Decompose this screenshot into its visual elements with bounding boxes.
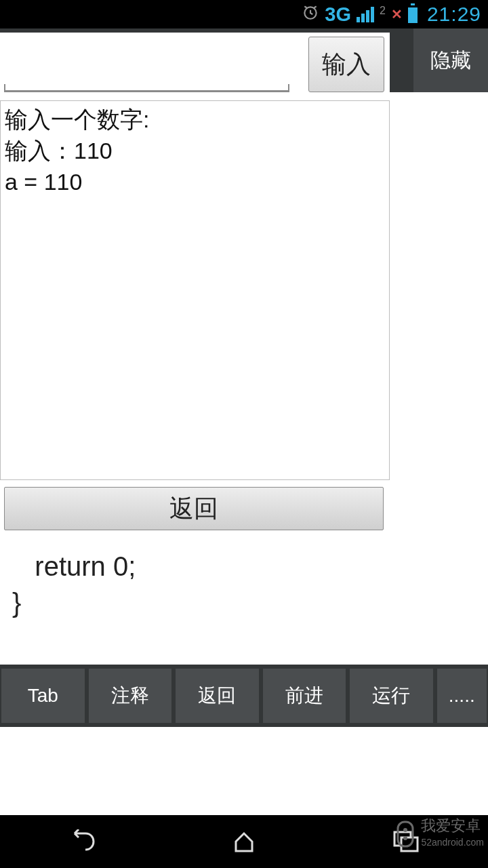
watermark: 我爱安卓 52android.com [394, 818, 484, 850]
signal-icon [357, 6, 374, 22]
watermark-icon [394, 819, 417, 849]
watermark-title: 我爱安卓 [421, 818, 481, 834]
toolbar-comment[interactable]: 注释 [89, 669, 172, 723]
input-row: 输入 [0, 33, 390, 92]
keyboard-gap [0, 727, 488, 815]
input-field[interactable] [4, 38, 289, 92]
network-label: 3G [325, 3, 351, 26]
clock-time: 21:29 [427, 3, 481, 26]
battery-icon [408, 5, 418, 23]
alarm-icon [302, 3, 319, 26]
svg-point-5 [403, 836, 407, 840]
input-field-wrap [4, 38, 289, 92]
hide-button[interactable]: 隐藏 [413, 28, 488, 92]
toolbar: Tab 注释 返回 前进 运行 ..... [0, 665, 488, 727]
toolbar-more[interactable]: ..... [437, 669, 487, 723]
code-area[interactable]: return 0; } [0, 548, 488, 621]
nav-home-button[interactable] [203, 825, 285, 859]
toolbar-forward[interactable]: 前进 [263, 669, 346, 723]
input-button[interactable]: 输入 [308, 37, 384, 92]
output-area: 输入一个数字: 输入：110 a = 110 [0, 100, 390, 480]
watermark-sub: 52android.com [421, 834, 484, 850]
return-button[interactable]: 返回 [4, 487, 384, 530]
sim2-label: 2 [380, 5, 386, 17]
nav-back-button[interactable] [41, 825, 122, 859]
svg-rect-3 [398, 822, 413, 846]
toolbar-back[interactable]: 返回 [176, 669, 259, 723]
no-signal-icon: ✕ [391, 6, 403, 22]
svg-point-4 [403, 828, 407, 832]
toolbar-run[interactable]: 运行 [350, 669, 433, 723]
toolbar-tab[interactable]: Tab [1, 669, 85, 723]
status-bar: 3G 2 ✕ 21:29 [0, 0, 488, 28]
program-panel: 输入 输入一个数字: 输入：110 a = 110 返回 [0, 33, 390, 530]
